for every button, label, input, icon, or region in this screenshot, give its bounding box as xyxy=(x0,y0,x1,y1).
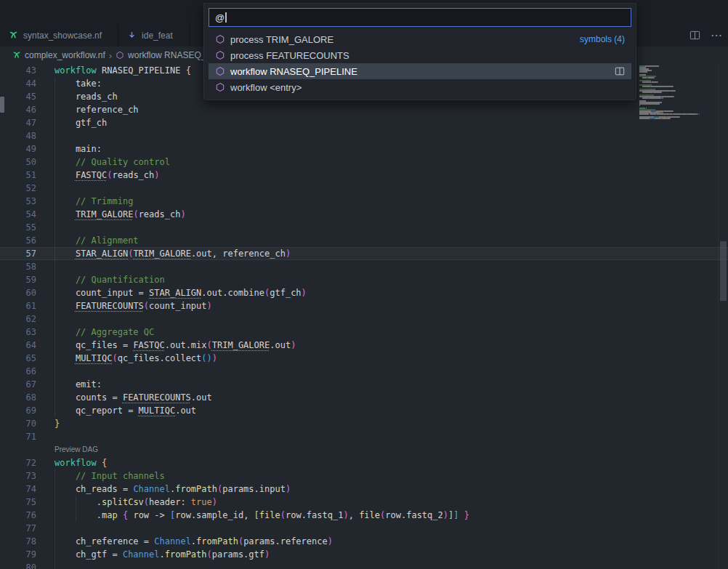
symbol-icon xyxy=(215,66,225,76)
code-text[interactable]: // Alignment xyxy=(36,234,728,247)
code-text[interactable] xyxy=(36,182,728,195)
code-text[interactable]: main: xyxy=(36,142,728,156)
line-number: 66 xyxy=(0,365,36,378)
code-text[interactable]: count_input = STAR_ALIGN.out.combine(gtf… xyxy=(36,286,728,299)
code-text[interactable]: counts = FEATURECOUNTS.out xyxy=(36,391,728,404)
code-line-52: 52 xyxy=(0,182,728,195)
code-text[interactable] xyxy=(36,221,728,234)
scrollbar[interactable] xyxy=(718,64,728,569)
code-line-54: 54 TRIM_GALORE(reads_ch) xyxy=(0,208,728,221)
code-line-73: 73 // Input channels xyxy=(0,469,728,483)
palette-item-entry[interactable]: workflow <entry> xyxy=(209,79,631,95)
symbol-icon xyxy=(116,51,124,60)
line-number: 64 xyxy=(0,339,36,352)
symbol-result-list: process TRIM_GALOREsymbols (4)process FE… xyxy=(209,31,631,95)
line-number: 74 xyxy=(0,483,36,496)
tab-label: syntax_showcase.nf xyxy=(23,31,102,41)
line-number: 79 xyxy=(0,548,36,561)
code-text[interactable]: // Aggregate QC xyxy=(36,326,728,339)
line-number: 76 xyxy=(0,509,36,522)
editor-actions: ⋯ xyxy=(689,24,722,47)
line-number: 59 xyxy=(0,273,36,286)
code-text[interactable]: FEATURECOUNTS(count_input) xyxy=(36,299,728,312)
code-text[interactable]: qc_files = FASTQC.out.mix(TRIM_GALORE.ou… xyxy=(36,339,728,352)
code-line-69: 69 qc_report = MULTIQC.out xyxy=(0,404,728,417)
code-line-56: 56 // Alignment xyxy=(0,234,728,247)
code-line-79: 79 ch_gtf = Channel.fromPath(params.gtf) xyxy=(0,548,728,561)
code-line-46: 46 reference_ch xyxy=(0,103,728,116)
code-text[interactable]: .map { row -> [row.sample_id, [file(row.… xyxy=(36,509,728,522)
line-number: 70 xyxy=(0,417,36,430)
code-text[interactable] xyxy=(36,430,728,443)
line-number: 52 xyxy=(0,182,36,195)
code-text[interactable]: // Quantification xyxy=(36,273,728,286)
symbol-label: process TRIM_GALORE xyxy=(230,34,333,45)
palette-item-featurecounts[interactable]: process FEATURECOUNTS xyxy=(209,47,631,63)
code-text[interactable] xyxy=(36,561,728,569)
code-text[interactable] xyxy=(36,522,728,535)
more-actions-icon[interactable]: ⋯ xyxy=(711,28,722,42)
code-text[interactable]: // Input channels xyxy=(36,469,728,483)
code-text[interactable]: TRIM_GALORE(reads_ch) xyxy=(36,208,728,221)
minimap[interactable] xyxy=(639,65,709,121)
code-text[interactable]: MULTIQC(qc_files.collect()) xyxy=(36,352,728,365)
code-text[interactable]: // Quality control xyxy=(36,156,728,169)
symbol-search-input[interactable]: @ xyxy=(209,8,631,27)
arrow-down-icon xyxy=(127,31,137,40)
tab-ide-features[interactable]: ide_feat xyxy=(118,24,190,47)
search-query: @ xyxy=(215,12,225,23)
scrollbar-thumb[interactable] xyxy=(720,241,727,301)
code-text[interactable]: .splitCsv(header: true) xyxy=(36,496,728,509)
line-number: 65 xyxy=(0,352,36,365)
line-number: 58 xyxy=(0,260,36,273)
code-text[interactable]: reference_ch xyxy=(36,103,728,116)
code-line-64: 64 qc_files = FASTQC.out.mix(TRIM_GALORE… xyxy=(0,339,728,352)
split-editor-icon[interactable] xyxy=(689,30,700,41)
code-text[interactable]: } xyxy=(36,417,728,430)
line-number: 55 xyxy=(0,221,36,234)
code-text[interactable] xyxy=(36,312,728,326)
symbol-label: workflow <entry> xyxy=(230,82,302,93)
nextflow-file-icon xyxy=(9,31,18,40)
line-number: 54 xyxy=(0,208,36,221)
code-text[interactable]: workflow { xyxy=(36,456,728,469)
symbols-count-badge: symbols (4) xyxy=(580,34,625,44)
code-text[interactable] xyxy=(36,260,728,273)
code-text[interactable]: ch_reference = Channel.fromPath(params.r… xyxy=(36,535,728,548)
line-number: 62 xyxy=(0,312,36,326)
code-line-71: 71 xyxy=(0,430,728,443)
code-line-70: 70} xyxy=(0,417,728,430)
code-text[interactable]: emit: xyxy=(36,378,728,391)
palette-item-trim-galore[interactable]: process TRIM_GALOREsymbols (4) xyxy=(209,31,631,47)
palette-item-rnaseq-pipeline[interactable]: workflow RNASEQ_PIPELINE xyxy=(209,63,631,79)
line-number: 50 xyxy=(0,156,36,169)
line-number: 73 xyxy=(0,469,36,483)
code-text[interactable]: // Trimming xyxy=(36,195,728,208)
code-lens-preview-dag[interactable]: Preview DAG xyxy=(54,443,98,456)
code-line-65: 65 MULTIQC(qc_files.collect()) xyxy=(0,352,728,365)
code-text[interactable]: STAR_ALIGN(TRIM_GALORE.out, reference_ch… xyxy=(36,247,728,260)
code-editor[interactable]: 43workflow RNASEQ_PIPELINE {44 take:45 r… xyxy=(0,64,728,569)
open-to-side-icon[interactable] xyxy=(615,66,625,76)
code-line-67: 67 emit: xyxy=(0,378,728,391)
line-number: 71 xyxy=(0,430,36,443)
breadcrumb-file[interactable]: complex_workflow.nf xyxy=(25,50,105,60)
line-number: 53 xyxy=(0,195,36,208)
code-line-49: 49 main: xyxy=(0,142,728,156)
code-text[interactable]: qc_report = MULTIQC.out xyxy=(36,404,728,417)
tab-label: ide_feat xyxy=(142,31,173,41)
code-text[interactable] xyxy=(36,129,728,142)
line-number: 45 xyxy=(0,90,36,103)
code-text[interactable]: gtf_ch xyxy=(36,116,728,129)
tab-syntax-showcase[interactable]: syntax_showcase.nf xyxy=(0,24,118,47)
code-line-48: 48 xyxy=(0,129,728,142)
code-text[interactable]: ch_reads = Channel.fromPath(params.input… xyxy=(36,483,728,496)
code-line-60: 60 count_input = STAR_ALIGN.out.combine(… xyxy=(0,286,728,299)
code-text[interactable]: FASTQC(reads_ch) xyxy=(36,169,728,182)
line-number: 51 xyxy=(0,169,36,182)
code-text[interactable] xyxy=(36,365,728,378)
code-text[interactable]: ch_gtf = Channel.fromPath(params.gtf) xyxy=(36,548,728,561)
symbol-label: process FEATURECOUNTS xyxy=(230,50,349,61)
line-number: 43 xyxy=(0,64,36,77)
code-line-80: 80 xyxy=(0,561,728,569)
